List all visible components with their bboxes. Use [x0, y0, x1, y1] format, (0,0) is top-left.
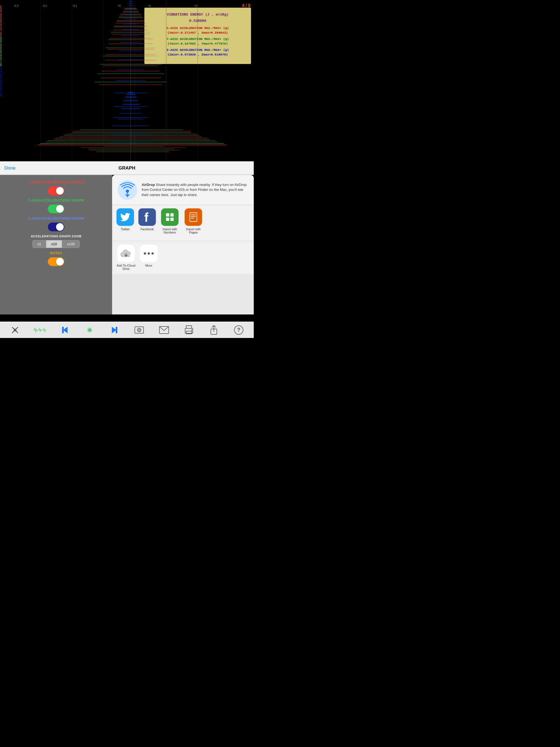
y-axis-label: Y-AXIS ACCELERATIONS GRAPH [28, 199, 84, 202]
facebook-label: Facebook [141, 228, 154, 231]
facebook-icon [138, 208, 156, 226]
pages-label: Import with Pages [184, 228, 203, 234]
zoom-label: ACCELERATIONS GRAPH ZOOM [31, 235, 81, 238]
svg-rect-94 [190, 213, 197, 222]
navigation-bar: Done GRAPH [0, 161, 254, 175]
x-axis-label: X-AXIS ACCELERATIONS GRAPH [28, 180, 84, 184]
notes-toggle[interactable] [48, 257, 64, 266]
more-action[interactable]: More [140, 245, 157, 271]
airdrop-section[interactable]: AirDrop Share instantly with people near… [112, 175, 254, 205]
svg-marker-103 [63, 327, 68, 333]
svg-rect-93 [170, 217, 174, 221]
pages-icon [184, 208, 202, 226]
y-toggle-knob [56, 205, 64, 213]
numbers-icon [161, 208, 179, 226]
share-panel: AirDrop Share instantly with people near… [112, 175, 254, 314]
svg-point-88 [126, 189, 129, 193]
graph-area: REC X ACCELERATIONS GRAPH REC Y ACCELERA… [0, 0, 254, 161]
zoom-section: ACCELERATIONS GRAPH ZOOM x1 x10 x100 [5, 235, 107, 248]
numbers-share[interactable]: Import with Numbers [160, 208, 179, 234]
x-axis-section: X-AXIS ACCELERATIONS GRAPH [5, 180, 107, 195]
svg-rect-109 [116, 327, 117, 333]
z-axis-section: Z-AXIS ACCELERATIONS GRAPH [5, 216, 107, 231]
z-axis-toggle[interactable] [48, 223, 64, 231]
settings-panel: X-AXIS ACCELERATIONS GRAPH Y-AXIS ACCELE… [0, 175, 112, 314]
more-icon [140, 245, 157, 262]
zoom-x100[interactable]: x100 [62, 240, 80, 248]
svg-point-99 [144, 252, 146, 255]
svg-marker-108 [112, 327, 116, 333]
icloud-label: Add To iCloud Drive [117, 264, 136, 271]
svg-point-117 [191, 330, 192, 331]
mail-button[interactable] [157, 323, 171, 337]
y-axis-section: Y-AXIS ACCELERATIONS GRAPH [5, 199, 107, 213]
numbers-label: Import with Numbers [160, 228, 179, 234]
back-button[interactable] [58, 323, 72, 337]
toolbar: ? [0, 321, 254, 338]
svg-rect-90 [166, 213, 169, 216]
notes-section: NOTES [5, 251, 107, 266]
action-items-row: Add To iCloud Drive More [112, 241, 254, 274]
airdrop-text: AirDrop Share instantly with people near… [142, 182, 248, 198]
sensor-button[interactable] [83, 323, 97, 337]
legend-x: REC X ACCELERATIONS GRAPH [0, 5, 5, 35]
photo-button[interactable] [132, 323, 146, 337]
share-button[interactable] [207, 323, 221, 337]
more-label: More [145, 264, 152, 267]
zoom-x1[interactable]: x1 [32, 240, 47, 248]
svg-rect-91 [166, 217, 169, 221]
y-axis-toggle[interactable] [48, 205, 64, 213]
airdrop-title: AirDrop [142, 183, 155, 187]
icloud-drive-action[interactable]: Add To iCloud Drive [117, 245, 136, 271]
bottom-area: X-AXIS ACCELERATIONS GRAPH Y-AXIS ACCELE… [0, 175, 254, 314]
notes-toggle-knob [56, 258, 64, 265]
zoom-buttons: x1 x10 x100 [32, 240, 80, 248]
icloud-icon [117, 245, 135, 262]
forward-button[interactable] [108, 323, 121, 337]
svg-point-100 [148, 252, 150, 255]
share-apps-row: Twitter Facebook [112, 205, 254, 241]
legend-y: REC Y ACCELERATIONS GRAPH [0, 36, 5, 66]
svg-text:?: ? [237, 327, 240, 333]
twitter-icon [117, 208, 134, 226]
graph-svg [5, 0, 254, 161]
help-button[interactable]: ? [232, 323, 246, 337]
twitter-share[interactable]: Twitter [117, 208, 134, 231]
notes-label: NOTES [50, 251, 62, 255]
x-axis-toggle[interactable] [48, 186, 64, 195]
airdrop-description: Share instantly with people nearby. If t… [142, 183, 246, 197]
z-toggle-knob [56, 223, 64, 231]
svg-rect-92 [170, 213, 174, 216]
nav-title: GRAPH [119, 165, 135, 171]
done-button[interactable]: Done [4, 165, 16, 171]
tools-button[interactable] [8, 323, 22, 337]
svg-rect-104 [62, 327, 64, 333]
print-button[interactable] [182, 323, 196, 337]
facebook-share[interactable]: Facebook [138, 208, 156, 231]
svg-point-112 [138, 329, 141, 331]
airdrop-icon [118, 180, 137, 200]
graph-legend: REC X ACCELERATIONS GRAPH REC Y ACCELERA… [0, 5, 5, 60]
zoom-x10[interactable]: x10 [46, 240, 62, 248]
pages-share[interactable]: Import with Pages [184, 208, 203, 234]
svg-point-101 [152, 252, 154, 255]
twitter-label: Twitter [121, 228, 130, 231]
svg-rect-115 [186, 326, 192, 328]
x-toggle-knob [56, 187, 64, 195]
z-axis-label: Z-AXIS ACCELERATIONS GRAPH [28, 216, 84, 221]
waveform-button[interactable] [33, 323, 47, 337]
legend-z: REC Z ACCELERATIONS GRAPH [0, 67, 5, 97]
svg-point-107 [89, 329, 91, 331]
